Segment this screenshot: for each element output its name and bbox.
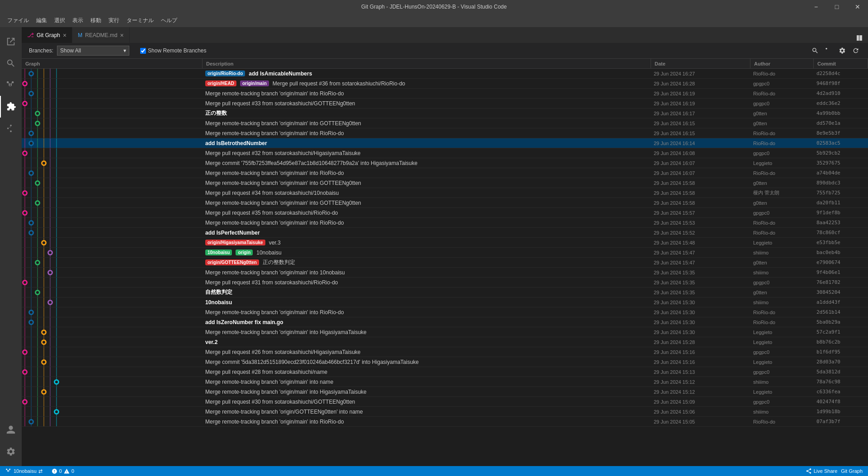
graph-cell [22,188,203,198]
table-row[interactable]: Merge commit '5da3812d5151890ecd23f01024… [22,357,868,367]
svg-point-90 [30,172,33,174]
activity-account-icon[interactable] [0,419,22,441]
table-row[interactable]: Merge remote-tracking branch 'origin/mai… [22,198,868,208]
author-cell: Leggieto [750,387,814,396]
split-editor-button[interactable] [854,33,864,43]
search-icon[interactable] [810,46,820,56]
table-row[interactable]: Merge remote-tracking branch 'origin/mai… [22,178,868,188]
table-row[interactable]: Merge remote-tracking branch 'origin/mai… [22,128,868,138]
table-row[interactable]: 自然数判定29 Jun 2024 15:35g0tten30845204 [22,287,868,297]
table-row[interactable]: Merge remote-tracking branch 'origin/GOT… [22,407,868,417]
menu-go[interactable]: 移動 [87,15,105,26]
table-row[interactable]: Merge remote-tracking branch 'origin/mai… [22,417,868,427]
menu-file[interactable]: ファイル [4,15,33,26]
header-author: Author [750,59,814,68]
status-live-share-label: Live Share [814,468,838,474]
table-row[interactable]: Merge pull request #33 from sotarokashiu… [22,99,868,108]
description-cell: Merge remote-tracking branch 'origin/mai… [203,417,651,426]
commit-cell: 755fb725 [814,188,868,198]
menu-view[interactable]: 表示 [69,15,87,26]
menu-terminal[interactable]: ターミナル [123,15,157,26]
table-row[interactable]: ver.229 Jun 2024 15:28Leggietob8b76c2b [22,337,868,347]
description-cell: Merge remote-tracking branch 'origin/mai… [203,307,651,317]
tab-readme[interactable]: M README.md × [72,27,130,43]
table-row[interactable]: add IsZeroNumber fix main.go29 Jun 2024 … [22,317,868,327]
commit-cell: 1d99b18b [814,407,868,416]
table-row[interactable]: origin/GOTTEENg0tten正の整数判定29 Jun 2024 15… [22,258,868,268]
minimize-button[interactable]: − [806,0,826,14]
table-row[interactable]: Merge pull request #35 from sotarokashiu… [22,208,868,218]
titlebar-controls: − □ ✕ [806,0,868,14]
menu-edit[interactable]: 編集 [33,15,51,26]
activity-extensions-icon[interactable] [0,96,22,118]
table-row[interactable]: 10nobaisuorigin10nobaisu29 Jun 2024 15:4… [22,248,868,258]
table-row[interactable]: Merge pull request #32 from sotarokashiu… [22,148,868,158]
git-graph-area[interactable]: Graph Description Date Author Commit ori… [22,59,868,466]
graph-cell [22,377,203,386]
table-row[interactable]: add IsPerfectNumber29 Jun 2024 15:52RioR… [22,228,868,238]
table-row[interactable]: Merge pull request #26 from sotarokashiu… [22,347,868,357]
date-cell: 29 Jun 2024 15:35 [651,268,750,277]
table-row[interactable]: Merge remote-tracking branch 'origin/mai… [22,387,868,397]
table-row[interactable]: Merge remote-tracking branch 'origin/mai… [22,118,868,128]
author-cell: shiiimo [750,268,814,277]
table-row[interactable]: origin/RioRio-doadd IsAmicableNumbers29 … [22,69,868,79]
status-git-graph[interactable]: Git Graph [839,466,864,476]
table-row[interactable]: origin/HigasiyamaTaisukever.329 Jun 2024… [22,238,868,248]
status-live-share[interactable]: Live Share [804,466,840,476]
table-row[interactable]: Merge pull request #30 from sotarokashiu… [22,397,868,407]
tab-git-graph-icon: ⎇ [27,32,34,38]
table-row[interactable]: add IsBetrothedNumber29 Jun 2024 16:14Ri… [22,138,868,148]
menu-select[interactable]: 選択 [51,15,69,26]
commit-description: Merge remote-tracking branch 'origin/mai… [205,120,361,127]
status-errors[interactable]: 0 0 [50,466,76,476]
commit-description: 10nobaisu [205,299,232,306]
show-remote-checkbox[interactable] [140,48,146,54]
settings-icon[interactable] [837,46,847,56]
table-row[interactable]: origin/HEADorigin/mainMerge pull request… [22,79,868,89]
tab-git-graph[interactable]: ⎇ Git Graph × [22,27,72,43]
table-row[interactable]: Merge remote-tracking branch 'origin/mai… [22,327,868,337]
table-row[interactable]: Merge commit '755fb7253ffea54d95e87ac1b8… [22,158,868,168]
restore-button[interactable]: □ [826,0,847,14]
table-row[interactable]: Merge pull request #34 from sotarokashiu… [22,188,868,198]
refresh-icon[interactable] [851,46,861,56]
commit-description: Merge remote-tracking branch 'origin/mai… [205,170,344,176]
table-row[interactable]: Merge remote-tracking branch 'origin/mai… [22,307,868,317]
commit-description: Merge pull request #33 from sotarokashiu… [205,100,355,107]
activity-search-icon[interactable] [0,52,22,74]
description-cell: Merge remote-tracking branch 'origin/mai… [203,128,651,138]
tab-bar: ⎇ Git Graph × M README.md × [22,27,868,43]
table-row[interactable]: 正の整数29 Jun 2024 16:17g0tten4a99b0bb [22,108,868,118]
menu-help[interactable]: ヘルプ [157,15,181,26]
commit-description: Merge remote-tracking branch 'origin/mai… [205,379,333,385]
svg-point-10 [30,72,33,75]
date-cell: 29 Jun 2024 15:58 [651,188,750,198]
status-branch[interactable]: 10nobaisu ⇄ [4,466,44,476]
close-button[interactable]: ✕ [847,0,868,14]
menu-run[interactable]: 実行 [105,15,123,26]
table-row[interactable]: Merge pull request #28 from sotarokashiu… [22,367,868,377]
table-row[interactable]: Merge remote-tracking branch 'origin/mai… [22,218,868,228]
tab-readme-close[interactable]: × [120,32,124,39]
commit-cell: 2d561b14 [814,307,868,317]
table-row[interactable]: Merge remote-tracking branch 'origin/mai… [22,377,868,387]
commit-description: add IsPerfectNumber [205,230,260,236]
table-row[interactable]: 10nobaisu29 Jun 2024 15:30shiiimoa1ddd43… [22,297,868,307]
description-cell: 10nobaisu [203,297,651,307]
activity-explorer-icon[interactable] [0,31,22,52]
table-row[interactable]: Merge remote-tracking branch 'origin/mai… [22,268,868,278]
activity-git-graph-icon[interactable] [0,118,22,139]
svg-point-50 [36,122,39,125]
svg-point-106 [24,192,26,194]
activity-settings-icon[interactable] [0,441,22,462]
table-row[interactable]: Merge remote-tracking branch 'origin/mai… [22,168,868,178]
branch-icon[interactable] [824,46,834,56]
tab-git-graph-close[interactable]: × [63,32,66,39]
commit-cell: 5b929cb2 [814,148,868,158]
tab-readme-icon: M [78,32,82,38]
activity-source-control-icon[interactable] [0,74,22,96]
branches-select[interactable]: Show All ▾ [57,46,129,56]
table-row[interactable]: Merge remote-tracking branch 'origin/mai… [22,89,868,99]
table-row[interactable]: Merge pull request #31 from sotarokashiu… [22,278,868,287]
